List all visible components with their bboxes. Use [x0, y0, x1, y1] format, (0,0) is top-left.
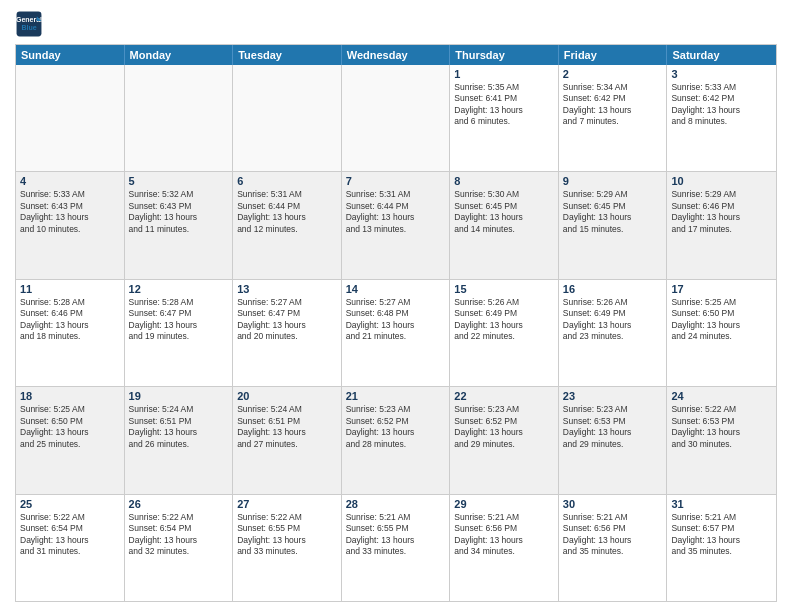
day-info: Sunrise: 5:24 AM Sunset: 6:51 PM Dayligh…	[129, 404, 229, 450]
day-cell-28: 28Sunrise: 5:21 AM Sunset: 6:55 PM Dayli…	[342, 495, 451, 601]
day-info: Sunrise: 5:33 AM Sunset: 6:42 PM Dayligh…	[671, 82, 772, 128]
day-number: 15	[454, 283, 554, 295]
day-number: 19	[129, 390, 229, 402]
day-info: Sunrise: 5:26 AM Sunset: 6:49 PM Dayligh…	[454, 297, 554, 343]
day-info: Sunrise: 5:27 AM Sunset: 6:48 PM Dayligh…	[346, 297, 446, 343]
day-cell-21: 21Sunrise: 5:23 AM Sunset: 6:52 PM Dayli…	[342, 387, 451, 493]
day-cell-30: 30Sunrise: 5:21 AM Sunset: 6:56 PM Dayli…	[559, 495, 668, 601]
empty-cell	[16, 65, 125, 171]
day-info: Sunrise: 5:32 AM Sunset: 6:43 PM Dayligh…	[129, 189, 229, 235]
header-day-wednesday: Wednesday	[342, 45, 451, 65]
day-number: 12	[129, 283, 229, 295]
day-info: Sunrise: 5:22 AM Sunset: 6:54 PM Dayligh…	[20, 512, 120, 558]
day-info: Sunrise: 5:31 AM Sunset: 6:44 PM Dayligh…	[346, 189, 446, 235]
day-number: 17	[671, 283, 772, 295]
day-info: Sunrise: 5:26 AM Sunset: 6:49 PM Dayligh…	[563, 297, 663, 343]
day-info: Sunrise: 5:33 AM Sunset: 6:43 PM Dayligh…	[20, 189, 120, 235]
day-info: Sunrise: 5:29 AM Sunset: 6:46 PM Dayligh…	[671, 189, 772, 235]
day-info: Sunrise: 5:21 AM Sunset: 6:57 PM Dayligh…	[671, 512, 772, 558]
logo: General Blue	[15, 10, 43, 38]
header: General Blue	[15, 10, 777, 38]
day-number: 9	[563, 175, 663, 187]
calendar: SundayMondayTuesdayWednesdayThursdayFrid…	[15, 44, 777, 602]
day-info: Sunrise: 5:21 AM Sunset: 6:55 PM Dayligh…	[346, 512, 446, 558]
day-info: Sunrise: 5:24 AM Sunset: 6:51 PM Dayligh…	[237, 404, 337, 450]
day-cell-15: 15Sunrise: 5:26 AM Sunset: 6:49 PM Dayli…	[450, 280, 559, 386]
day-number: 2	[563, 68, 663, 80]
day-info: Sunrise: 5:28 AM Sunset: 6:46 PM Dayligh…	[20, 297, 120, 343]
day-info: Sunrise: 5:28 AM Sunset: 6:47 PM Dayligh…	[129, 297, 229, 343]
empty-cell	[342, 65, 451, 171]
day-cell-23: 23Sunrise: 5:23 AM Sunset: 6:53 PM Dayli…	[559, 387, 668, 493]
day-cell-12: 12Sunrise: 5:28 AM Sunset: 6:47 PM Dayli…	[125, 280, 234, 386]
logo-icon: General Blue	[15, 10, 43, 38]
day-info: Sunrise: 5:23 AM Sunset: 6:52 PM Dayligh…	[454, 404, 554, 450]
day-info: Sunrise: 5:21 AM Sunset: 6:56 PM Dayligh…	[454, 512, 554, 558]
day-number: 26	[129, 498, 229, 510]
day-number: 30	[563, 498, 663, 510]
day-number: 5	[129, 175, 229, 187]
day-cell-20: 20Sunrise: 5:24 AM Sunset: 6:51 PM Dayli…	[233, 387, 342, 493]
header-day-thursday: Thursday	[450, 45, 559, 65]
day-number: 22	[454, 390, 554, 402]
day-number: 4	[20, 175, 120, 187]
day-number: 28	[346, 498, 446, 510]
day-info: Sunrise: 5:29 AM Sunset: 6:45 PM Dayligh…	[563, 189, 663, 235]
day-number: 18	[20, 390, 120, 402]
day-number: 20	[237, 390, 337, 402]
day-cell-31: 31Sunrise: 5:21 AM Sunset: 6:57 PM Dayli…	[667, 495, 776, 601]
svg-text:Blue: Blue	[21, 24, 36, 31]
day-number: 14	[346, 283, 446, 295]
day-info: Sunrise: 5:35 AM Sunset: 6:41 PM Dayligh…	[454, 82, 554, 128]
day-cell-16: 16Sunrise: 5:26 AM Sunset: 6:49 PM Dayli…	[559, 280, 668, 386]
day-info: Sunrise: 5:30 AM Sunset: 6:45 PM Dayligh…	[454, 189, 554, 235]
day-info: Sunrise: 5:31 AM Sunset: 6:44 PM Dayligh…	[237, 189, 337, 235]
day-cell-18: 18Sunrise: 5:25 AM Sunset: 6:50 PM Dayli…	[16, 387, 125, 493]
day-number: 25	[20, 498, 120, 510]
day-number: 27	[237, 498, 337, 510]
calendar-row-3: 11Sunrise: 5:28 AM Sunset: 6:46 PM Dayli…	[16, 280, 776, 387]
day-cell-19: 19Sunrise: 5:24 AM Sunset: 6:51 PM Dayli…	[125, 387, 234, 493]
header-day-monday: Monday	[125, 45, 234, 65]
day-number: 23	[563, 390, 663, 402]
calendar-row-1: 1Sunrise: 5:35 AM Sunset: 6:41 PM Daylig…	[16, 65, 776, 172]
page: General Blue SundayMondayTuesdayWednesda…	[0, 0, 792, 612]
day-number: 8	[454, 175, 554, 187]
day-cell-11: 11Sunrise: 5:28 AM Sunset: 6:46 PM Dayli…	[16, 280, 125, 386]
day-cell-24: 24Sunrise: 5:22 AM Sunset: 6:53 PM Dayli…	[667, 387, 776, 493]
day-cell-13: 13Sunrise: 5:27 AM Sunset: 6:47 PM Dayli…	[233, 280, 342, 386]
day-number: 24	[671, 390, 772, 402]
day-number: 3	[671, 68, 772, 80]
calendar-header: SundayMondayTuesdayWednesdayThursdayFrid…	[16, 45, 776, 65]
day-cell-7: 7Sunrise: 5:31 AM Sunset: 6:44 PM Daylig…	[342, 172, 451, 278]
day-cell-8: 8Sunrise: 5:30 AM Sunset: 6:45 PM Daylig…	[450, 172, 559, 278]
header-day-saturday: Saturday	[667, 45, 776, 65]
header-day-sunday: Sunday	[16, 45, 125, 65]
day-number: 16	[563, 283, 663, 295]
calendar-row-2: 4Sunrise: 5:33 AM Sunset: 6:43 PM Daylig…	[16, 172, 776, 279]
day-info: Sunrise: 5:22 AM Sunset: 6:55 PM Dayligh…	[237, 512, 337, 558]
day-cell-4: 4Sunrise: 5:33 AM Sunset: 6:43 PM Daylig…	[16, 172, 125, 278]
day-cell-25: 25Sunrise: 5:22 AM Sunset: 6:54 PM Dayli…	[16, 495, 125, 601]
day-info: Sunrise: 5:34 AM Sunset: 6:42 PM Dayligh…	[563, 82, 663, 128]
day-cell-3: 3Sunrise: 5:33 AM Sunset: 6:42 PM Daylig…	[667, 65, 776, 171]
day-info: Sunrise: 5:22 AM Sunset: 6:54 PM Dayligh…	[129, 512, 229, 558]
day-number: 7	[346, 175, 446, 187]
calendar-row-5: 25Sunrise: 5:22 AM Sunset: 6:54 PM Dayli…	[16, 495, 776, 601]
day-cell-27: 27Sunrise: 5:22 AM Sunset: 6:55 PM Dayli…	[233, 495, 342, 601]
day-number: 21	[346, 390, 446, 402]
day-info: Sunrise: 5:27 AM Sunset: 6:47 PM Dayligh…	[237, 297, 337, 343]
day-info: Sunrise: 5:25 AM Sunset: 6:50 PM Dayligh…	[20, 404, 120, 450]
day-cell-2: 2Sunrise: 5:34 AM Sunset: 6:42 PM Daylig…	[559, 65, 668, 171]
day-cell-10: 10Sunrise: 5:29 AM Sunset: 6:46 PM Dayli…	[667, 172, 776, 278]
calendar-row-4: 18Sunrise: 5:25 AM Sunset: 6:50 PM Dayli…	[16, 387, 776, 494]
day-cell-17: 17Sunrise: 5:25 AM Sunset: 6:50 PM Dayli…	[667, 280, 776, 386]
day-cell-14: 14Sunrise: 5:27 AM Sunset: 6:48 PM Dayli…	[342, 280, 451, 386]
header-day-tuesday: Tuesday	[233, 45, 342, 65]
day-info: Sunrise: 5:21 AM Sunset: 6:56 PM Dayligh…	[563, 512, 663, 558]
calendar-body: 1Sunrise: 5:35 AM Sunset: 6:41 PM Daylig…	[16, 65, 776, 601]
day-cell-5: 5Sunrise: 5:32 AM Sunset: 6:43 PM Daylig…	[125, 172, 234, 278]
day-info: Sunrise: 5:23 AM Sunset: 6:52 PM Dayligh…	[346, 404, 446, 450]
day-cell-26: 26Sunrise: 5:22 AM Sunset: 6:54 PM Dayli…	[125, 495, 234, 601]
empty-cell	[125, 65, 234, 171]
